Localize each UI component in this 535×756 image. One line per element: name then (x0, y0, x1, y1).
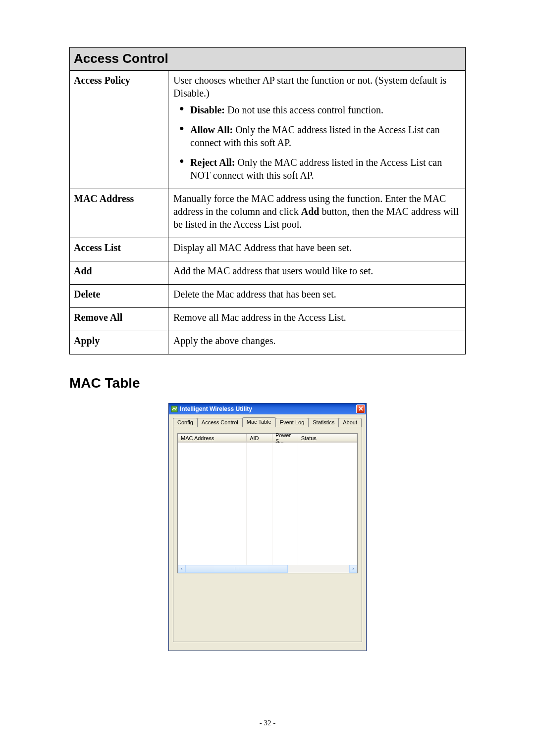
horizontal-scrollbar[interactable]: ‹ › (178, 565, 357, 573)
listview-row[interactable] (178, 526, 357, 533)
column-header-0[interactable]: MAC Address (178, 434, 247, 442)
bullet-reject-all: Reject All: Only the MAC address listed … (190, 156, 460, 182)
listview-row[interactable] (178, 481, 357, 488)
listview-row[interactable] (178, 462, 357, 468)
listview-cell (272, 443, 298, 449)
table-row: Remove All Remove all Mac address in the… (70, 307, 466, 331)
tab-mac-table[interactable]: Mac Table (242, 417, 276, 426)
listview-cell (298, 481, 357, 488)
listview-row[interactable] (178, 546, 357, 552)
listview-cell (298, 513, 357, 520)
bullet-disable: Disable: Do not use this access control … (190, 103, 460, 116)
listview-cell (247, 501, 272, 507)
listview-cell (247, 507, 272, 513)
column-header-2[interactable]: Power S... (272, 434, 298, 442)
row-desc-mac-address: Manually force the MAC address using the… (168, 189, 466, 238)
tab-config[interactable]: Config (173, 418, 198, 427)
row-desc-remove-all: Remove all Mac address in the Access Lis… (168, 307, 466, 331)
row-desc-access-list: Display all MAC Address that have been s… (168, 238, 466, 261)
listview-cell (272, 546, 298, 552)
window-titlebar[interactable]: Intelligent Wireless Utility ✕ (169, 403, 366, 414)
tab-event-log[interactable]: Event Log (275, 418, 309, 427)
listview-row[interactable] (178, 507, 357, 513)
listview-row[interactable] (178, 468, 357, 475)
table-header: Access Control (70, 48, 466, 71)
listview-cell (247, 488, 272, 494)
listview-cell (298, 520, 357, 526)
listview-cell (247, 526, 272, 533)
listview-row[interactable] (178, 488, 357, 494)
listview-cell (272, 455, 298, 462)
tab-access-control[interactable]: Access Control (197, 418, 243, 427)
listview-cell (178, 539, 247, 546)
listview-cell (178, 546, 247, 552)
listview-row[interactable] (178, 539, 357, 546)
row-label-add: Add (70, 261, 168, 284)
scroll-track[interactable] (186, 565, 349, 573)
row-label-mac-address: MAC Address (70, 189, 168, 238)
table-row: Access List Display all MAC Address that… (70, 238, 466, 261)
listview-cell (247, 462, 272, 468)
listview-cell (178, 443, 247, 449)
window-title: Intelligent Wireless Utility (180, 405, 356, 412)
listview-header[interactable]: MAC AddressAIDPower S...Status (178, 434, 357, 443)
listview-row[interactable] (178, 533, 357, 539)
listview-row[interactable] (178, 513, 357, 520)
listview-cell (298, 468, 357, 475)
scroll-right-button[interactable]: › (349, 565, 357, 573)
listview-cell (247, 455, 272, 462)
listview-row[interactable] (178, 501, 357, 507)
listview-row[interactable] (178, 455, 357, 462)
tab-statistics[interactable]: Statistics (308, 418, 339, 427)
listview-cell (247, 475, 272, 481)
listview-cell (178, 513, 247, 520)
svg-rect-0 (171, 406, 177, 412)
listview-cell (298, 455, 357, 462)
panel-blank-space (177, 573, 358, 638)
listview-cell (247, 520, 272, 526)
listview-cell (272, 513, 298, 520)
access-policy-intro: User chooses whether AP start the functi… (173, 74, 460, 100)
listview-cell (298, 539, 357, 546)
listview-row[interactable] (178, 494, 357, 501)
listview-cell (178, 488, 247, 494)
mac-table-listview[interactable]: MAC AddressAIDPower S...Status ‹ › (177, 433, 358, 573)
tab-bar: ConfigAccess ControlMac TableEvent LogSt… (173, 417, 362, 426)
listview-cell (178, 552, 247, 558)
listview-row[interactable] (178, 520, 357, 526)
listview-cell (272, 501, 298, 507)
listview-cell (272, 475, 298, 481)
listview-cell (272, 494, 298, 501)
listview-row[interactable] (178, 558, 357, 565)
scroll-left-button[interactable]: ‹ (178, 565, 186, 573)
tab-about[interactable]: About (338, 418, 362, 427)
column-header-3[interactable]: Status (298, 434, 357, 442)
listview-cell (298, 558, 357, 565)
scroll-thumb[interactable] (186, 565, 288, 573)
listview-row[interactable] (178, 552, 357, 558)
page-number: - 32 - (0, 719, 535, 727)
listview-row[interactable] (178, 475, 357, 481)
table-row: Delete Delete the Mac address that has b… (70, 284, 466, 307)
listview-cell (178, 455, 247, 462)
table-row: Add Add the MAC address that users would… (70, 261, 466, 284)
listview-row[interactable] (178, 449, 357, 455)
chevron-left-icon: ‹ (181, 566, 182, 571)
listview-cell (272, 468, 298, 475)
listview-cell (272, 558, 298, 565)
listview-cell (298, 526, 357, 533)
listview-cell (272, 533, 298, 539)
window-close-button[interactable]: ✕ (356, 404, 365, 413)
listview-cell (272, 488, 298, 494)
listview-cell (298, 475, 357, 481)
listview-cell (247, 513, 272, 520)
listview-cell (247, 494, 272, 501)
column-header-1[interactable]: AID (247, 434, 272, 442)
listview-cell (298, 533, 357, 539)
listview-cell (272, 520, 298, 526)
listview-cell (298, 507, 357, 513)
listview-cell (178, 449, 247, 455)
listview-cell (247, 443, 272, 449)
listview-cell (298, 462, 357, 468)
listview-row[interactable] (178, 443, 357, 449)
